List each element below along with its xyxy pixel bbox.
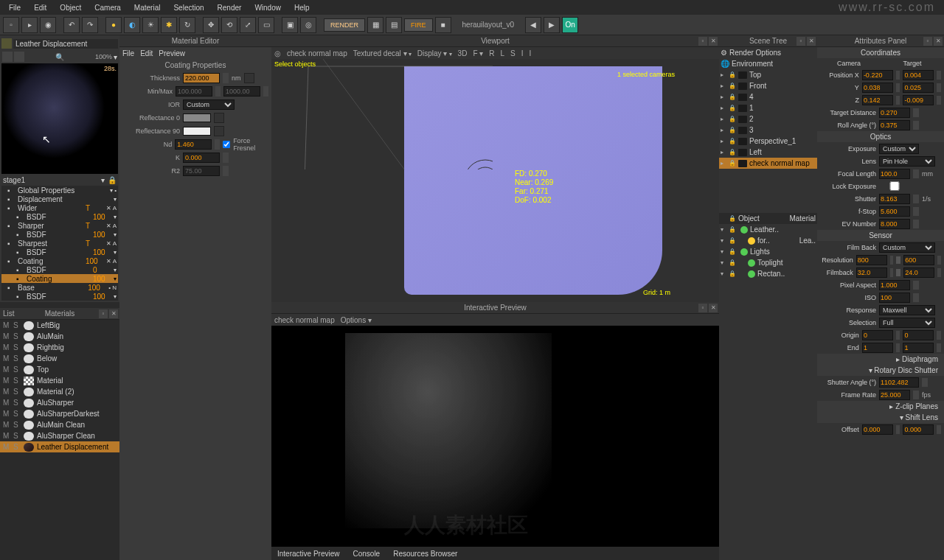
expand-icon[interactable]: ▾ (721, 248, 726, 255)
lock-icon[interactable]: 🔒 (729, 116, 736, 122)
posz-tgt-input[interactable] (903, 95, 934, 105)
vp-tab-checknormal[interactable]: check normal map (287, 49, 347, 57)
st-close-icon[interactable]: ✕ (807, 37, 816, 46)
menu-file[interactable]: File (3, 2, 27, 13)
nd-spinner[interactable] (215, 139, 220, 150)
render-button[interactable]: RENDER (324, 18, 365, 32)
refl0-map-icon[interactable] (214, 113, 224, 123)
render-options-link[interactable]: Render Options (729, 49, 781, 57)
vp-tab-i1[interactable]: I (521, 49, 524, 57)
interactive-preview-canvas[interactable]: 人人素材社区 (271, 326, 719, 547)
target-icon[interactable]: ◎ (300, 17, 316, 33)
gear-icon[interactable]: ⚙ (721, 49, 727, 57)
material-row[interactable]: MSAluSharper Clean (0, 430, 119, 441)
focal-input[interactable] (879, 169, 910, 179)
layer-row[interactable]: ▪WiderT✕ A (1, 203, 118, 212)
layer-row[interactable]: ▪BSDF100▾ (1, 292, 118, 301)
menu-selection[interactable]: Selection (167, 2, 209, 13)
layer-row[interactable]: ▪Coating100▾ (1, 274, 118, 283)
pixelaspect-spinner[interactable] (913, 281, 919, 290)
viewport-3d[interactable]: Select objects 1 selected cameras Grid: … (271, 59, 719, 302)
thickness-map-icon[interactable] (244, 73, 254, 83)
rotate-icon[interactable]: ⟲ (221, 17, 237, 33)
globe-icon[interactable]: 🌐 (721, 60, 729, 68)
matedit-file[interactable]: File (122, 49, 134, 57)
material-row[interactable]: MSLeather Displacement (0, 441, 119, 452)
posz-tgt-spinner[interactable] (937, 96, 941, 105)
layout-prev-icon[interactable]: ◀ (525, 17, 541, 33)
menu-camera[interactable]: Camera (88, 2, 127, 13)
max-spinner[interactable] (263, 86, 268, 97)
lock-icon[interactable]: 🔒 (729, 105, 736, 111)
menu-help[interactable]: Help (288, 2, 316, 13)
res-w-input[interactable] (856, 255, 887, 265)
material-row[interactable]: MSAluSharperDarkest (0, 408, 119, 419)
layer-row[interactable]: ▪SharpestT✕ A (1, 239, 118, 248)
ior-select[interactable]: Custom (183, 99, 235, 110)
ipv-undock-icon[interactable]: ▫ (698, 304, 707, 312)
end-x-spinner[interactable] (896, 343, 900, 352)
move-icon[interactable]: ✥ (203, 17, 219, 33)
camera-row[interactable]: ▸🔒3 (719, 125, 817, 136)
camera-row[interactable]: ▸🔒Top (719, 69, 817, 80)
force-fresnel-checkbox[interactable] (223, 141, 230, 148)
lock-icon[interactable]: 🔒 (729, 270, 736, 277)
open-icon[interactable]: ▸ (21, 17, 38, 33)
redo-icon[interactable]: ↷ (82, 17, 98, 33)
tdist-input[interactable] (879, 108, 910, 118)
camera-row[interactable]: ▸🔒1 (719, 102, 817, 113)
ev-input[interactable] (879, 219, 910, 229)
response-select[interactable]: Maxwell (879, 305, 935, 315)
attr-close-icon[interactable]: ✕ (934, 37, 943, 46)
camera-row[interactable]: ▸🔒Perspective_1 (719, 136, 817, 147)
sphere-icon[interactable]: ● (105, 17, 122, 33)
ipv-checknormal[interactable]: check normal map (274, 316, 335, 324)
zoom-dropdown-icon[interactable]: ▾ (114, 53, 117, 61)
posx-cam-spinner[interactable] (896, 71, 900, 80)
camera-row[interactable]: ▸🔒Left (719, 147, 817, 158)
framerate-input[interactable] (879, 390, 910, 400)
max-input[interactable] (223, 86, 260, 97)
ipv-options[interactable]: Options ▾ (341, 316, 372, 324)
on-toggle[interactable]: On (562, 17, 578, 33)
sky-icon[interactable]: ☀ (142, 17, 159, 33)
render-channel-icon[interactable]: ▤ (386, 17, 402, 33)
object-row[interactable]: ▾🔒Rectan.. (719, 268, 817, 279)
material-preview-sphere[interactable]: 28s. ↖ (1, 63, 118, 174)
viewport-undock-icon[interactable]: ▫ (698, 37, 707, 46)
lockexp-checkbox[interactable] (879, 181, 910, 191)
diaphragm-section[interactable]: Diaphragm (902, 355, 938, 363)
object-row[interactable]: ▾🔒Toplight (719, 257, 817, 268)
min-input[interactable] (176, 86, 212, 97)
iso-spinner[interactable] (913, 293, 919, 302)
fb-h-input[interactable] (903, 267, 934, 278)
tab-interactive-preview[interactable]: Interactive Preview (277, 550, 339, 558)
material-row[interactable]: MSAluMain Clean (0, 419, 119, 430)
save-icon[interactable]: ◉ (40, 17, 56, 33)
fb-w-spinner[interactable] (890, 268, 894, 277)
lock-icon[interactable]: 🔒 (729, 226, 736, 233)
thickness-input[interactable] (183, 73, 220, 83)
material-row[interactable]: MSMaterial (2) (0, 386, 119, 397)
render-stop-icon[interactable]: ■ (435, 17, 451, 33)
vp-tab-f[interactable]: F ▾ (473, 49, 483, 57)
layer-row[interactable]: ▪Coating100✕ A (1, 256, 118, 265)
object-row[interactable]: ▾🔒for..Lea.. (719, 235, 817, 246)
shutterangle-input[interactable] (879, 377, 919, 388)
roll-input[interactable] (879, 120, 910, 130)
ipv-close-icon[interactable]: ✕ (709, 304, 718, 312)
menu-material[interactable]: Material (128, 2, 167, 13)
expand-icon[interactable]: ▸ (721, 94, 726, 100)
camera-icon[interactable]: ▣ (282, 17, 298, 33)
close-icon[interactable]: ✕ (109, 309, 118, 318)
camera-row[interactable]: ▸🔒Front (719, 80, 817, 91)
origin-x-input[interactable] (862, 330, 893, 340)
sun-icon[interactable]: ✱ (161, 17, 177, 33)
posy-tgt-spinner[interactable] (937, 83, 941, 92)
fstop-spinner[interactable] (913, 207, 919, 216)
r2-spinner[interactable] (223, 166, 229, 176)
object-row[interactable]: ▾🔒Leather.. (719, 224, 817, 235)
posz-cam-spinner[interactable] (896, 96, 900, 105)
res-lock-icon[interactable] (896, 256, 900, 264)
camera-row[interactable]: ▸🔒check normal map (719, 158, 817, 169)
